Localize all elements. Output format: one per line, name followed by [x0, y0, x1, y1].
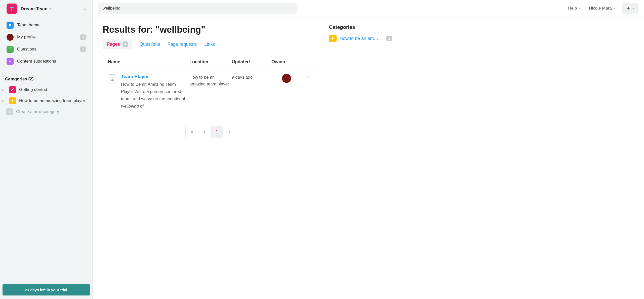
- tab-questions[interactable]: Questions: [140, 39, 160, 49]
- pencil-icon: [9, 86, 16, 93]
- triangle-right-icon: ▶: [2, 99, 6, 103]
- owner-avatar[interactable]: [282, 74, 291, 83]
- sidebar-item-my-profile[interactable]: My profile 4: [3, 31, 89, 43]
- col-owner: Owner: [271, 59, 302, 65]
- page-first[interactable]: «: [186, 126, 198, 138]
- team-switcher[interactable]: Dream Team ▾: [21, 6, 51, 12]
- home-icon: [7, 22, 14, 29]
- result-snippet: How to Be an Amazing Team Player We're a…: [121, 81, 187, 110]
- page-icon: [108, 74, 117, 83]
- category-amazing-team-player[interactable]: ▶ How to be an amazing team player: [0, 95, 92, 106]
- categories-heading: Categories (2): [0, 72, 92, 84]
- sidebar-item-questions[interactable]: ? Questions 1: [3, 43, 89, 55]
- result-title-link[interactable]: Team Player: [121, 74, 187, 79]
- avatar-icon: [7, 34, 14, 41]
- bolt-icon: [7, 58, 14, 65]
- search-input[interactable]: [98, 3, 297, 14]
- main: Help ▾ Nicole Mara ▾ ＋ ▾ Results for: "w…: [93, 0, 644, 299]
- sidebar-item-content-suggestions[interactable]: Content suggestions: [3, 55, 89, 67]
- triangle-right-icon: ▶: [2, 88, 6, 91]
- category-label: Getting started: [19, 87, 47, 92]
- tab-links[interactable]: Links: [204, 39, 215, 49]
- trial-banner[interactable]: 21 days left in your trial: [3, 284, 90, 295]
- col-location: Location: [189, 59, 230, 65]
- sidebar-item-label: Questions: [17, 47, 36, 52]
- sidebar-item-team-home[interactable]: Team home: [3, 19, 89, 31]
- plus-icon: ＋: [6, 108, 13, 115]
- result-location: How to be an amazing team player: [189, 74, 230, 87]
- side-category-label: How to be an am…: [340, 36, 383, 41]
- result-updated: 9 days ago: [232, 74, 269, 81]
- sidebar-menu-toggle[interactable]: ≡: [82, 5, 87, 13]
- page-prev[interactable]: ‹: [198, 126, 211, 138]
- page-next[interactable]: ›: [223, 126, 236, 138]
- topbar: Help ▾ Nicole Mara ▾ ＋ ▾: [93, 0, 644, 17]
- app-logo[interactable]: [7, 4, 17, 14]
- bolt-icon: [9, 97, 16, 104]
- tab-pages[interactable]: Pages 1: [103, 39, 132, 49]
- results-title: Results for: "wellbeing": [103, 24, 319, 35]
- chevron-down-icon: ▾: [579, 7, 580, 10]
- table-row: Team Player How to Be an Amazing Team Pl…: [103, 69, 319, 115]
- sidebar-item-label: My profile: [17, 35, 36, 40]
- pagination: « ‹ 1 ›: [103, 126, 319, 138]
- badge-count: 1: [123, 41, 128, 47]
- plus-icon: ＋: [626, 6, 630, 11]
- category-label: How to be an amazing team player: [19, 98, 85, 103]
- badge-count: 4: [80, 34, 86, 40]
- page-current[interactable]: 1: [211, 126, 223, 138]
- chevron-down-icon: ▾: [633, 7, 634, 10]
- create-category-button[interactable]: ＋ Create a new category: [0, 106, 92, 117]
- badge-count: 1: [386, 36, 392, 41]
- chevron-down-icon: ▾: [614, 7, 615, 10]
- side-category-item[interactable]: How to be an am… 1: [329, 35, 392, 42]
- create-category-label: Create a new category: [16, 109, 59, 114]
- badge-count: 1: [80, 46, 86, 52]
- chevron-down-icon: ▾: [50, 7, 51, 11]
- col-updated: Updated: [232, 59, 269, 65]
- tab-page-requests[interactable]: Page requests: [168, 39, 197, 49]
- help-menu[interactable]: Help ▾: [567, 4, 582, 13]
- create-button[interactable]: ＋ ▾: [622, 3, 638, 14]
- sidebar: Dream Team ▾ ≡ Team home My profile 4 ? …: [0, 0, 93, 299]
- sidebar-item-label: Content suggestions: [17, 59, 56, 64]
- result-tabs: Pages 1 Questions Page requests Links: [103, 39, 319, 49]
- col-name: Name: [108, 59, 187, 65]
- bolt-icon: [329, 35, 337, 42]
- question-icon: ?: [7, 46, 14, 53]
- team-name-label: Dream Team: [21, 6, 48, 12]
- row-actions-menu[interactable]: ⋮: [304, 74, 314, 81]
- side-categories-heading: Categories: [329, 24, 392, 30]
- user-menu[interactable]: Nicole Mara ▾: [587, 4, 617, 13]
- results-table: Name Location Updated Owner Team Play: [103, 55, 319, 115]
- category-getting-started[interactable]: ▶ Getting started: [0, 84, 92, 95]
- sidebar-item-label: Team home: [17, 23, 39, 28]
